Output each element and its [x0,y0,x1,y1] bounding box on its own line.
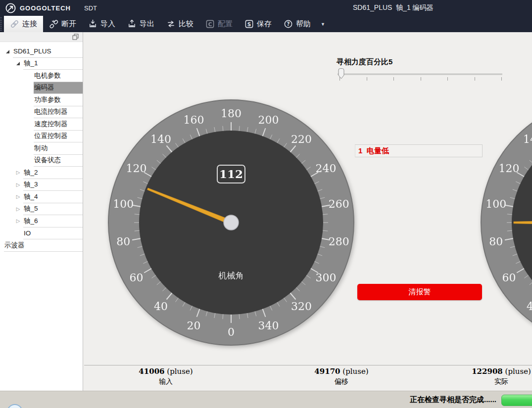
title-context: SD61_PLUS 轴_1 编码器 [353,3,434,12]
tree-expander-expanded-icon[interactable] [14,58,22,70]
tree-item-编码器[interactable]: 编码器 [0,82,83,94]
tree-item-label: 轴_1 [23,58,83,70]
svg-text:320: 320 [291,300,312,313]
svg-text:20: 20 [187,319,200,332]
float-window-icon[interactable] [72,34,79,40]
toolbar-drag-handle[interactable] [0,17,3,31]
tree-indent [0,142,25,155]
toolbar-button-link[interactable]: 连接 [4,16,43,32]
link-icon [10,19,19,29]
clear-alarm-button[interactable]: 清报警 [357,284,482,300]
svg-text:60: 60 [502,272,516,284]
toolbar-button-export[interactable]: 导出 [121,16,160,32]
svg-text:340: 340 [258,319,279,332]
phase-strength-value: 5 [388,57,392,66]
tree-item-label: 轴_6 [23,215,83,227]
svg-text:C: C [208,21,212,27]
tree-item-IO[interactable]: IO [0,227,83,240]
phase-strength-slider-track[interactable] [338,74,502,75]
status-message: 正在检查寻相是否完成...... [410,395,496,405]
tree-expander-collapsed-icon[interactable]: ▷ [14,167,22,179]
alarm-list[interactable]: 1 电量低 [355,144,483,157]
svg-text:?: ? [287,21,290,27]
tree-item-label: 示波器 [4,239,83,252]
tree-expander-collapsed-icon[interactable]: ▷ [14,179,22,191]
tree-indent [0,191,14,203]
tree-item-轴_2[interactable]: ▷轴_2 [0,167,83,179]
toolbar-button-label: 导出 [140,19,154,29]
tree-expander-spacer [25,118,32,131]
tree-indent [0,215,14,227]
phase-check-progressbar [501,395,532,406]
tree-item-轴_4[interactable]: ▷轴_4 [0,191,83,203]
mechanical-angle-gauge-secondary: 0204060801001201401601802002202402602803… [475,94,532,351]
tree-expander-spacer [25,142,32,155]
readout-label: 输入 [139,377,193,386]
tree-indent [0,239,4,252]
svg-text:80: 80 [116,235,130,248]
mechanical-angle-gauge: 0204060801001201401601802002202402602803… [102,94,360,351]
tree-item-轴_3[interactable]: ▷轴_3 [0,179,83,191]
tree-item-label: 电机参数 [34,70,83,82]
svg-text:280: 280 [329,235,349,248]
tree-item-label: SD61_PLUS [13,45,83,58]
svg-text:40: 40 [527,300,532,313]
tree-expander-spacer [25,131,32,143]
tree-expander-expanded-icon[interactable] [4,45,11,58]
toolbar-button-broken-link[interactable]: 断开 [43,16,82,32]
tree-item-制动[interactable]: 制动 [0,142,83,155]
readout-label: 偏移 [314,377,368,386]
tree-expander-collapsed-icon[interactable]: ▷ [14,191,22,203]
tree-item-轴_5[interactable]: ▷轴_5 [0,203,83,216]
tree-indent [0,82,25,94]
tree-item-label: 轴_4 [23,191,83,203]
statusbar: 正在检查寻相是否完成...... [0,391,532,408]
tree-item-示波器[interactable]: 示波器 [0,239,83,252]
readout-输入: 41006 (pluse)输入 [139,367,193,386]
tree-indent [0,131,25,143]
toolbar-button-import[interactable]: 导入 [82,16,121,32]
alarm-item-low-battery[interactable]: 1 电量低 [355,146,389,156]
tree-item-SD61_PLUS[interactable]: SD61_PLUS [0,45,83,58]
toolbar-button-config[interactable]: C配置 [199,16,239,32]
titlebar: GOOGOLTECH SDT SD61_PLUS 轴_1 编码器 [0,0,532,16]
toolbar-button-help[interactable]: ?帮助 [278,16,317,32]
sidebar-panel: SD61_PLUS轴_1电机参数编码器功率参数电流控制器速度控制器位置控制器制动… [0,32,83,391]
slider-tick [501,77,502,81]
tree-expander-collapsed-icon[interactable]: ▷ [14,203,22,216]
tree-item-位置控制器[interactable]: 位置控制器 [0,131,83,143]
toolbar-button-save[interactable]: S保存 [239,16,278,32]
tree-item-速度控制器[interactable]: 速度控制器 [0,118,83,131]
svg-text:40: 40 [154,300,168,313]
tree-indent [0,227,14,240]
tree-item-功率参数[interactable]: 功率参数 [0,94,83,106]
svg-text:140: 140 [150,133,171,145]
corner-button-icon[interactable] [7,404,23,408]
tree-item-电流控制器[interactable]: 电流控制器 [0,106,83,119]
tree-item-电机参数[interactable]: 电机参数 [0,70,83,82]
slider-tick [367,77,367,81]
tree-item-label: 编码器 [34,82,83,94]
tree-item-label: 轴_3 [23,179,83,191]
tree-item-轴_1[interactable]: 轴_1 [0,58,83,70]
slider-tick [393,77,394,81]
tree-expander-spacer [25,82,32,94]
sidebar-panel-header [0,32,83,42]
app-name: SDT [84,4,97,12]
tree-expander-spacer [25,70,32,82]
readout-label: 实际 [472,377,531,386]
toolbar-overflow-button[interactable]: ▼ [317,16,329,32]
tree-item-设备状态[interactable]: 设备状态 [0,155,83,167]
tree-expander-collapsed-icon[interactable]: ▷ [14,215,22,227]
tree-expander-spacer [25,155,32,167]
toolbar-button-label: 配置 [218,19,233,29]
toolbar-button-compare[interactable]: 比较 [160,16,199,32]
compare-icon [166,19,176,29]
tree-expander-spacer [14,227,22,240]
svg-text:140: 140 [523,133,532,145]
tree-indent [0,94,25,106]
device-tree: SD61_PLUS轴_1电机参数编码器功率参数电流控制器速度控制器位置控制器制动… [0,42,83,252]
tree-item-轴_6[interactable]: ▷轴_6 [0,215,83,227]
config-icon: C [205,19,215,29]
readout-separator [84,365,532,365]
